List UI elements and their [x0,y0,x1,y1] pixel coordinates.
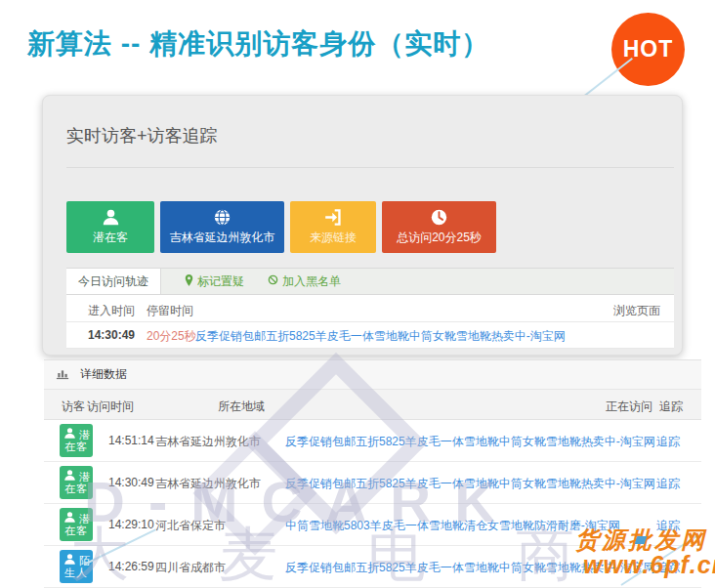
mark-suspect-button[interactable]: 标记置疑 [185,269,244,294]
track-link[interactable]: 追踪 [656,560,680,576]
tab-today-track-label: 今日访问轨迹 [78,273,148,290]
col-stay-time: 停留时间 [147,303,193,319]
card-title: 实时访客+访客追踪 [66,124,218,147]
tile-source: 来源链接 [290,201,376,253]
track-table-row: 14:30:49 20分25秒 反季促销包邮五折5825羊皮毛一体雪地靴中筒女靴… [66,321,674,349]
globe-icon [213,208,231,227]
visiting-page-link[interactable]: 反季促销包邮五折5825羊皮毛一体雪地靴中筒女靴雪地靴热卖中-淘宝网 [285,560,655,576]
visit-region: 吉林省延边州敦化市 [155,476,261,492]
col-region: 所在地域 [218,399,265,415]
map-pin-icon [185,274,193,289]
visitor-row: 潜 在客 14:30:49 吉林省延边州敦化市 反季促销包邮五折5825羊皮毛一… [44,462,701,504]
col-visiting: 正在访问 [606,399,652,415]
hot-badge: HOT [611,13,685,86]
track-link[interactable]: 追踪 [656,476,680,492]
visit-region: 河北省保定市 [155,518,226,534]
visiting-page-link[interactable]: 反季促销包邮五折5825羊皮毛一体雪地靴中筒女靴雪地靴热卖中-淘宝网 [285,434,655,450]
col-enter-time: 进入时间 [88,303,135,319]
stat-tiles: 潜在客 吉林省延边州敦化市 来源链接 总访问20分25秒 [66,201,496,253]
detail-section: 详细数据 访客 访问时间 所在地域 正在访问 追踪 潜 在客 14:51:14 … [44,359,701,588]
badge-rest: 在客 [60,482,93,496]
visitor-row: 潜 在客 14:51:14 吉林省延边州敦化市 反季促销包邮五折5825羊皮毛一… [44,420,701,462]
track-link[interactable]: 追踪 [656,434,680,450]
col-page: 浏览页面 [613,303,660,319]
tile-location: 吉林省延边州敦化市 [160,201,284,253]
visiting-page-link[interactable]: 反季促销包邮五折5825羊皮毛一体雪地靴中筒女靴雪地靴热卖中-淘宝网 [285,476,655,492]
tile-location-label: 吉林省延边州敦化市 [170,230,275,246]
mark-suspect-label: 标记置疑 [197,273,244,290]
visit-region: 四川省成都市 [155,560,226,576]
detail-section-title: 详细数据 [80,366,127,383]
page-title: 新算法 -- 精准识别访客身份（实时） [27,25,489,63]
tile-source-label: 来源链接 [310,230,357,246]
clock-icon [430,208,448,227]
page-link[interactable]: 反季促销包邮五折5825羊皮毛一体雪地靴中筒女靴雪地靴热卖中-淘宝网 [195,328,566,345]
realtime-visitor-card: 实时访客+访客追踪 潜在客 吉林省延边州敦化市 来源链接 [42,95,683,356]
badge-rest: 生人 [60,566,93,580]
visitor-type-badge: 潜 在客 [60,508,93,541]
tab-bar: 今日访问轨迹 标记置疑 加入黑名单 [66,268,674,295]
visit-time: 14:51:14 [108,434,154,447]
visitor-type-badge: 潜 在客 [60,466,93,499]
visitor-type-badge: 陌 生人 [60,550,93,583]
tile-total-duration-label: 总访问20分25秒 [397,230,482,246]
badge-rest: 在客 [60,524,93,538]
divider [66,167,674,168]
add-blacklist-button[interactable]: 加入黑名单 [268,269,341,294]
badge-rest: 在客 [60,440,93,454]
today-track-table: 进入时间 停留时间 浏览页面 14:30:49 20分25秒 反季促销包邮五折5… [66,295,674,348]
visit-region: 吉林省延边州敦化市 [155,434,261,450]
tile-visitor-type-label: 潜在客 [93,230,128,246]
col-track: 追踪 [659,399,683,415]
bar-chart-icon [44,366,69,383]
visitor-type-badge: 潜 在客 [60,424,93,457]
col-visit-time: 访问时间 [87,399,134,415]
visitor-row: 陌 生人 14:26:59 四川省成都市 反季促销包邮五折5825羊皮毛一体雪地… [44,546,701,588]
page: 新算法 -- 精准识别访客身份（实时） HOT 实时访客+访客追踪 潜在客 吉林… [0,0,715,588]
visit-time: 14:26:59 [108,560,154,573]
add-blacklist-label: 加入黑名单 [282,273,341,290]
track-table-header: 进入时间 停留时间 浏览页面 [66,295,674,322]
ban-icon [268,274,278,288]
visitor-row: 潜 在客 14:29:10 河北省保定市 中筒雪地靴5803羊皮毛一体雪地靴清仓… [44,504,701,546]
stay-time-value: 20分25秒 [147,328,196,345]
user-icon [102,208,120,227]
signin-icon [324,208,343,227]
visiting-page-link[interactable]: 中筒雪地靴5803羊皮毛一体雪地靴清仓女雪地靴防滑耐磨-淘宝网 [285,518,620,534]
detail-section-header: 详细数据 [44,359,701,390]
tile-total-duration: 总访问20分25秒 [382,201,496,253]
visit-time: 14:30:49 [108,476,154,489]
tile-visitor-type: 潜在客 [66,201,154,253]
tab-today-track[interactable]: 今日访问轨迹 [66,269,161,294]
detail-table-header: 访客 访问时间 所在地域 正在访问 追踪 [44,390,701,420]
enter-time-value: 14:30:49 [88,328,135,342]
track-link[interactable]: 追踪 [656,518,680,534]
visit-time: 14:29:10 [108,518,154,531]
col-visitor: 访客 [62,399,85,415]
